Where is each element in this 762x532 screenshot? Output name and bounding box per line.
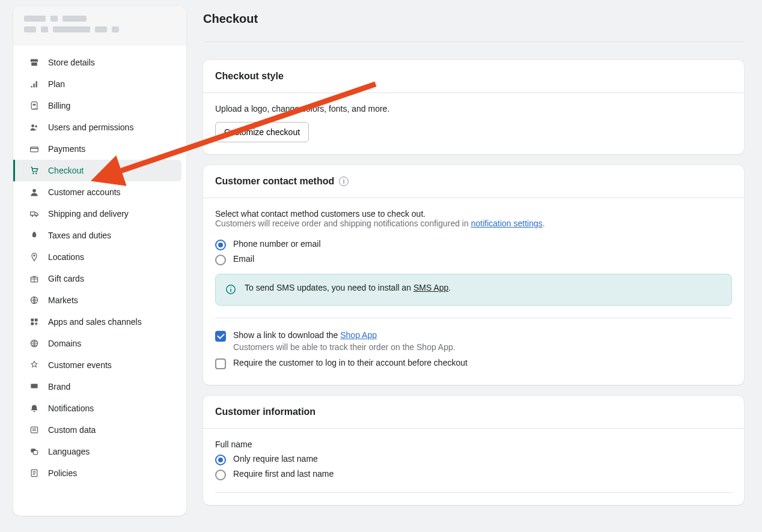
sidebar-item-label: Customer events <box>48 360 112 370</box>
payments-icon <box>29 144 40 154</box>
sms-banner: To send SMS updates, you need to install… <box>215 274 732 306</box>
contact-intro-1: Select what contact method customers use… <box>215 209 732 219</box>
card-heading: Customer contact method <box>215 176 334 187</box>
radio-label: Email <box>233 254 254 264</box>
radio-last-name-only[interactable]: Only require last name <box>215 454 732 465</box>
divider <box>215 492 732 493</box>
languages-icon <box>29 446 40 457</box>
sidebar-item-markets[interactable]: Markets <box>18 289 181 311</box>
taxes-icon <box>29 230 40 241</box>
page-title: Checkout <box>203 6 744 42</box>
sidebar-item-store-details[interactable]: Store details <box>18 52 181 73</box>
sms-app-link[interactable]: SMS App <box>413 283 448 292</box>
policies-icon <box>29 468 40 479</box>
sidebar-item-label: Shipping and delivery <box>48 209 129 219</box>
radio-phone-or-email[interactable]: Phone number or email <box>215 239 732 250</box>
notifications-icon <box>29 403 40 414</box>
shop-app-link[interactable]: Shop App <box>340 330 377 340</box>
sidebar-item-billing[interactable]: Billing <box>18 95 181 116</box>
sidebar-nav: Store details Plan Billing Users and per… <box>13 46 186 490</box>
sidebar-item-payments[interactable]: Payments <box>18 138 181 160</box>
users-icon <box>29 122 40 133</box>
sidebar-item-label: Payments <box>48 144 85 154</box>
card-customer-info: Customer information Full name Only requ… <box>203 396 744 505</box>
checkbox-icon <box>215 331 226 342</box>
plan-icon <box>29 79 40 89</box>
sidebar-item-label: Policies <box>48 468 77 478</box>
sidebar-item-customer-accounts[interactable]: Customer accounts <box>18 181 181 203</box>
checkbox-require-login[interactable]: Require the customer to log in to their … <box>215 358 732 369</box>
sidebar-item-users[interactable]: Users and permissions <box>18 116 181 138</box>
svg-rect-13 <box>31 322 34 325</box>
sidebar-header <box>13 6 186 46</box>
svg-point-3 <box>32 173 34 174</box>
info-icon[interactable]: i <box>339 177 349 186</box>
sidebar-item-notifications[interactable]: Notifications <box>18 397 181 419</box>
sidebar-item-label: Taxes and duties <box>48 231 111 240</box>
sidebar-item-custom-data[interactable]: Custom data <box>18 419 181 441</box>
main-content: Checkout Checkout style Upload a logo, c… <box>203 6 744 516</box>
card-contact-method: Customer contact method i Select what co… <box>203 165 744 385</box>
sidebar-item-brand[interactable]: Brand <box>18 376 181 397</box>
customer-icon <box>29 187 40 198</box>
svg-point-0 <box>31 124 34 127</box>
sidebar-item-label: Customer accounts <box>48 187 121 197</box>
sidebar-item-gift-cards[interactable]: Gift cards <box>18 268 181 289</box>
sidebar-item-label: Billing <box>48 101 70 110</box>
customize-checkout-button[interactable]: Customize checkout <box>215 122 309 142</box>
sidebar-item-label: Store details <box>48 58 95 67</box>
notification-settings-link[interactable]: notification settings <box>471 219 543 228</box>
sidebar-item-label: Custom data <box>48 425 96 435</box>
radio-email[interactable]: Email <box>215 254 732 265</box>
card-heading: Checkout style <box>203 60 744 93</box>
sidebar-item-policies[interactable]: Policies <box>18 462 181 484</box>
settings-sidebar: Store details Plan Billing Users and per… <box>13 6 186 516</box>
sidebar-item-plan[interactable]: Plan <box>18 73 181 95</box>
sidebar-item-label: Locations <box>48 252 84 262</box>
apps-icon <box>29 316 40 327</box>
radio-icon <box>215 455 226 465</box>
sidebar-item-languages[interactable]: Languages <box>18 441 181 462</box>
brand-icon <box>29 381 40 392</box>
card-heading: Customer information <box>203 396 744 429</box>
sidebar-item-shipping[interactable]: Shipping and delivery <box>18 203 181 225</box>
svg-point-7 <box>35 216 37 217</box>
info-icon <box>225 284 236 297</box>
sidebar-item-domains[interactable]: Domains <box>18 333 181 354</box>
sidebar-item-apps[interactable]: Apps and sales channels <box>18 311 181 333</box>
svg-rect-11 <box>31 318 34 321</box>
radio-label: Phone number or email <box>233 239 321 249</box>
gift-icon <box>29 273 40 284</box>
events-icon <box>29 360 40 370</box>
sidebar-item-customer-events[interactable]: Customer events <box>18 354 181 376</box>
sidebar-item-checkout[interactable]: Checkout <box>13 160 181 181</box>
radio-icon <box>215 470 226 480</box>
sidebar-item-label: Domains <box>48 339 81 348</box>
domains-icon <box>29 338 40 349</box>
svg-rect-15 <box>31 427 37 433</box>
customdata-icon <box>29 425 40 435</box>
svg-point-1 <box>35 125 37 128</box>
billing-icon <box>29 100 40 111</box>
banner-text: To send SMS updates, you need to install… <box>245 283 451 292</box>
checkbox-shop-app[interactable]: Show a link to download the Shop App Cus… <box>215 330 732 352</box>
sidebar-item-locations[interactable]: Locations <box>18 246 181 268</box>
card-checkout-style: Checkout style Upload a logo, change col… <box>203 60 744 154</box>
radio-first-and-last[interactable]: Require first and last name <box>215 469 732 480</box>
sidebar-item-taxes[interactable]: Taxes and duties <box>18 225 181 246</box>
store-icon <box>29 57 40 68</box>
svg-point-4 <box>35 173 37 174</box>
sidebar-item-label: Checkout <box>48 166 84 175</box>
svg-point-5 <box>32 189 36 193</box>
checkbox-help: Customers will be able to track their or… <box>233 342 456 352</box>
radio-icon <box>215 255 226 265</box>
checkbox-label: Show a link to download the Shop App <box>233 330 456 340</box>
sidebar-item-label: Gift cards <box>48 274 84 283</box>
radio-label: Only require last name <box>233 454 318 464</box>
cart-icon <box>29 165 40 176</box>
sidebar-item-label: Languages <box>48 447 90 456</box>
sidebar-item-label: Brand <box>48 382 70 391</box>
sidebar-item-label: Plan <box>48 79 65 89</box>
checkbox-label: Require the customer to log in to their … <box>233 358 468 367</box>
fullname-label: Full name <box>215 440 732 449</box>
